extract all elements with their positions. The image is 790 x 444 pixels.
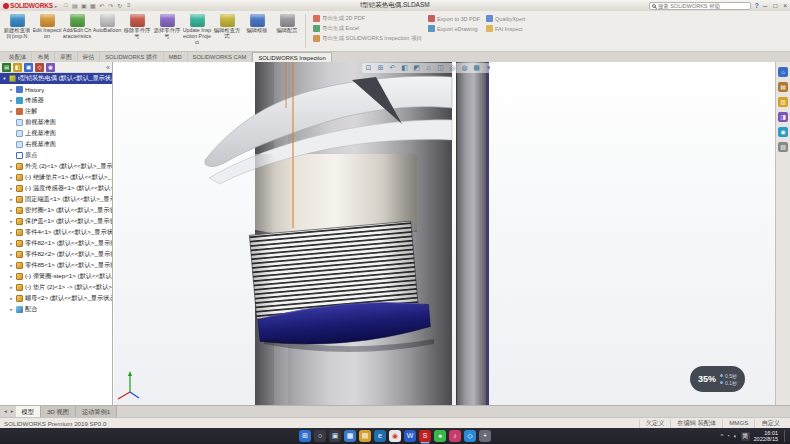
tree-item[interactable]: ▸ 零件85<1> (默认<<默认>_显示状 — [0, 260, 112, 271]
view-palette-icon[interactable]: ◨ — [778, 112, 788, 122]
task-view-button[interactable]: ▣ — [329, 430, 341, 442]
tree-item[interactable]: ▸ 螺母<2> (默认<<默认>_显示状态 — [0, 293, 112, 304]
tree-expand-icon[interactable]: ▸ — [9, 241, 14, 246]
solidworks-button[interactable]: S — [419, 430, 431, 442]
collapse-panel-icon[interactable]: « — [106, 63, 110, 72]
solidworks-resources-icon[interactable]: ⌂ — [778, 67, 788, 77]
apply-scene-icon[interactable]: ▦ — [472, 63, 481, 73]
search-input[interactable] — [658, 3, 748, 9]
hide-show-items-icon[interactable]: ◎ — [448, 63, 457, 73]
tree-item[interactable]: ▸ 零件4<1> (默认<<默认>_显示状态 — [0, 227, 112, 238]
command-tab[interactable]: SOLIDWORKS 插件 — [100, 52, 164, 62]
design-library-icon[interactable]: ▤ — [778, 82, 788, 92]
command-tab[interactable]: 布局 — [32, 52, 55, 62]
export-command[interactable]: 导出生成 Excel — [313, 25, 422, 32]
music-button[interactable]: ♪ — [449, 430, 461, 442]
ribbon-button[interactable]: 编辑配置 — [272, 11, 302, 51]
tree-expand-icon[interactable]: ▸ — [9, 307, 14, 312]
zoom-fit-icon[interactable]: ⊡ — [364, 63, 373, 73]
ribbon-button[interactable]: Update Inspection Project — [182, 11, 212, 51]
tree-item[interactable]: ▸ 零件82<2> (默认<<默认>_显示状 — [0, 249, 112, 260]
tree-expand-icon[interactable]: ▸ — [9, 164, 14, 169]
ribbon-button[interactable]: 新建检查项目(imp.N — [2, 11, 32, 51]
export-command[interactable]: QualityXpert — [486, 15, 525, 22]
search-button[interactable]: ○ — [314, 430, 326, 442]
help-search-box[interactable] — [649, 2, 751, 10]
tree-item[interactable]: ▸ 零件82<1> (默认<<默认>_显示状 — [0, 238, 112, 249]
status-item[interactable]: MMGS — [722, 419, 754, 428]
tree-item[interactable]: ▸ 密封圈<1> (默认<<默认>_显示状态 — [0, 205, 112, 216]
ribbon-button[interactable]: 编辑检查方式 — [212, 11, 242, 51]
tree-expand-icon[interactable]: ▾ — [2, 76, 7, 81]
widgets-button[interactable]: ▦ — [344, 430, 356, 442]
tree-item[interactable]: 上视基准面 — [0, 128, 112, 139]
maximize-button[interactable]: □ — [773, 2, 777, 9]
graphics-viewport[interactable]: ⊡⊞↶◧◩⌂◫◎◍▦▾ 35% 0.5秒 0.1秒 — [114, 62, 775, 405]
export-command[interactable]: Export to 3D PDF — [428, 15, 480, 22]
export-command[interactable]: Export eDrawing — [428, 25, 480, 32]
configuration-tab-icon[interactable]: ▣ — [24, 63, 33, 72]
open-file-icon[interactable]: ▤ — [71, 2, 78, 9]
tree-item[interactable]: ▸ (-) 绝缘垫片<1> (默认<<默认>_显示状 — [0, 172, 112, 183]
tree-item[interactable]: ▸ 外壳 (2)<1> (默认<<默认>_显示状态 — [0, 161, 112, 172]
ribbon-button[interactable]: AutoBalloon — [92, 11, 122, 51]
file-explorer-icon[interactable]: ▥ — [778, 97, 788, 107]
tree-item[interactable]: 原点 — [0, 150, 112, 161]
tab-scroll-right-icon[interactable]: ▸ — [9, 406, 16, 417]
tree-item[interactable]: ▸ 配合 — [0, 304, 112, 315]
previous-view-icon[interactable]: ↶ — [388, 63, 397, 73]
tree-expand-icon[interactable]: ▸ — [9, 274, 14, 279]
file-explorer-button[interactable]: ▤ — [359, 430, 371, 442]
chevron-up-icon[interactable]: ^ — [720, 430, 723, 442]
minimize-button[interactable]: ─ — [763, 2, 768, 9]
tab-scroll-left-icon[interactable]: ◂ — [2, 406, 9, 417]
document-tab[interactable]: 模型 — [16, 406, 41, 417]
tree-item[interactable]: ▸ (-) 弹簧圈-step<1> (默认<<默认>_ — [0, 271, 112, 282]
propertymanager-tab-icon[interactable]: ◧ — [13, 63, 22, 72]
command-tab[interactable]: 草图 — [55, 52, 78, 62]
tree-item[interactable]: 右视基准面 — [0, 139, 112, 150]
word-button[interactable]: W — [404, 430, 416, 442]
tree-item[interactable]: ▸ History — [0, 84, 112, 95]
tree-expand-icon[interactable]: ▸ — [9, 252, 14, 257]
ribbon-button[interactable]: 选择零件序号 — [152, 11, 182, 51]
tree-item[interactable]: ▸ 传感器 — [0, 95, 112, 106]
volume-icon[interactable]: ◖ — [733, 430, 737, 442]
tree-item[interactable]: ▸ (-) 温度传感器<1> (默认<<默认>_显 — [0, 183, 112, 194]
close-button[interactable]: × — [783, 2, 787, 9]
command-tab[interactable]: SOLIDWORKS CAM — [188, 52, 253, 62]
appearances-icon[interactable]: ◉ — [778, 127, 788, 137]
dimxpert-tab-icon[interactable]: ◇ — [35, 63, 44, 72]
start-button[interactable]: ⊞ — [299, 430, 311, 442]
redo-icon[interactable]: ↷ — [107, 2, 114, 9]
menu-expand-arrow-icon[interactable]: ▸ — [55, 3, 58, 9]
save-icon[interactable]: ▣ — [80, 2, 87, 9]
wechat-button[interactable]: ● — [434, 430, 446, 442]
command-tab[interactable]: SOLIDWORKS Inspection — [252, 52, 331, 62]
command-tab[interactable]: MBD — [164, 52, 188, 62]
document-tab[interactable]: 运动算例1 — [76, 406, 117, 417]
annotation-visibility-icon[interactable]: ◩ — [412, 63, 421, 73]
tree-item[interactable]: ▸ 保护盖<1> (默认<<默认>_显示状 — [0, 216, 112, 227]
tree-expand-icon[interactable]: ▸ — [9, 208, 14, 213]
undo-icon[interactable]: ↶ — [98, 2, 105, 9]
ribbon-button[interactable]: Edit Inspection — [32, 11, 62, 51]
status-item[interactable]: 在编辑 装配体 — [670, 419, 722, 428]
options-icon[interactable]: ≡ — [125, 2, 132, 9]
rebuild-icon[interactable]: ↻ — [116, 2, 123, 9]
status-item[interactable]: 欠定义 — [639, 419, 671, 428]
export-command[interactable]: FAI Inspect — [486, 25, 525, 32]
zoom-area-icon[interactable]: ⊞ — [376, 63, 385, 73]
help-icon[interactable]: ? — [755, 2, 759, 9]
ime-indicator[interactable]: 简 — [741, 432, 750, 441]
command-tab[interactable]: 装配体 — [4, 52, 32, 62]
settings-button[interactable]: + — [479, 430, 491, 442]
tree-expand-icon[interactable]: ▸ — [9, 230, 14, 235]
tree-expand-icon[interactable]: ▸ — [9, 175, 14, 180]
status-item[interactable]: 自定义 — [754, 419, 786, 428]
tree-item[interactable]: ▾ t型铠装热电偶 (默认<默认_显示状态-1 — [0, 73, 112, 84]
new-file-icon[interactable]: □ — [62, 2, 69, 9]
show-desktop-button[interactable] — [784, 430, 786, 442]
command-tab[interactable]: 评估 — [78, 52, 101, 62]
print-icon[interactable]: ▦ — [89, 2, 96, 9]
